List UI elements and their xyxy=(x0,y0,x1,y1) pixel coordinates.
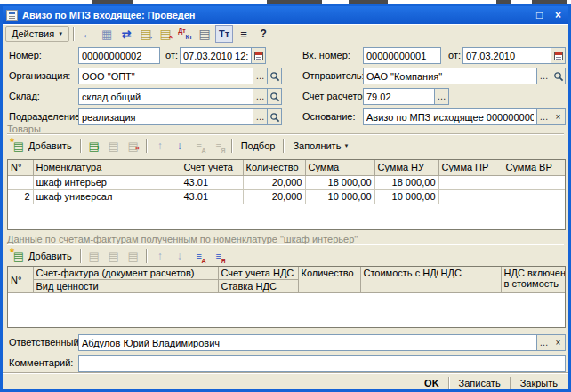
goods-section-title: Товары xyxy=(7,124,41,134)
department-group: … xyxy=(78,108,282,125)
responsible-label: Ответственный: xyxy=(9,337,82,348)
responsible-input[interactable] xyxy=(78,334,537,351)
sender-ellipsis-button[interactable]: … xyxy=(537,68,551,84)
comment-label: Комментарий: xyxy=(9,357,73,368)
number-label: Номер: xyxy=(9,50,42,60)
toolbar-separator xyxy=(73,27,75,41)
goods-copy-row-button[interactable]: ▤ + xyxy=(85,137,103,155)
maximize-button[interactable]: □ xyxy=(533,9,546,21)
dt-kt-icon: ДтКт xyxy=(178,27,192,41)
help-button[interactable]: ? xyxy=(254,25,272,43)
settlement-account-input[interactable] xyxy=(363,88,435,105)
basis-clear-button[interactable]: × xyxy=(551,108,566,125)
department-ellipsis-button[interactable]: … xyxy=(253,108,268,125)
sender-open-button[interactable] xyxy=(551,68,566,84)
sum-pr-cell[interactable] xyxy=(438,175,503,189)
ok-button[interactable]: OK xyxy=(415,377,448,389)
magnifier-icon xyxy=(553,71,564,82)
responsible-clear-button[interactable]: × xyxy=(551,334,566,351)
column-header-vat-included: НДС включен в стоимость xyxy=(501,267,565,293)
sender-input[interactable] xyxy=(363,68,537,84)
swap-document-button[interactable]: ⇄ xyxy=(117,25,135,43)
invoices-sort-asc-button[interactable]: ≡ А xyxy=(190,247,208,265)
sum-vr-cell[interactable] xyxy=(503,175,565,189)
nomenclature-cell[interactable]: шкаф универсал xyxy=(33,189,181,204)
post-document-button[interactable]: ▤ → xyxy=(137,25,155,43)
list-settings-button[interactable]: ≡ xyxy=(235,25,253,43)
reread-icon: ▦ xyxy=(101,28,112,40)
quantity-cell[interactable]: 20,000 xyxy=(243,189,305,204)
goods-move-up-button[interactable]: ↑ xyxy=(151,137,169,155)
column-header-sum-pr: Сумма ПР xyxy=(438,160,503,175)
sum-nu-cell[interactable]: 18 000,00 xyxy=(374,175,438,189)
invoices-move-up-button[interactable]: ↑ xyxy=(151,247,169,265)
sum-nu-cell[interactable]: 10 000,00 xyxy=(374,189,438,204)
sum-cell[interactable]: 18 000,00 xyxy=(305,175,374,189)
basis-input[interactable] xyxy=(363,108,537,125)
highlight-toggle-button[interactable]: Тт xyxy=(215,25,233,43)
column-header-vat-rate: Ставка НДС xyxy=(218,280,298,293)
row-num-cell[interactable]: 2 xyxy=(8,189,33,204)
document-journal-button[interactable]: ▤ xyxy=(196,25,213,43)
calendar-button[interactable] xyxy=(251,48,265,63)
screen: Авизо по МПЗ входящее: Проведен _ □ × Де… xyxy=(0,0,571,392)
organization-ellipsis-button[interactable]: … xyxy=(253,68,268,84)
incoming-number-input[interactable] xyxy=(363,47,441,64)
account-cell[interactable]: 43.01 xyxy=(181,189,243,204)
goods-delete-row-button[interactable]: ▤ × xyxy=(125,137,142,155)
settlement-account-ellipsis-button[interactable]: … xyxy=(435,88,449,105)
cancel-posting-button[interactable]: ▤ × xyxy=(157,25,174,43)
goods-pick-button[interactable]: Подбор xyxy=(237,139,280,153)
sum-vr-cell[interactable] xyxy=(503,189,565,204)
warehouse-input[interactable] xyxy=(78,88,253,105)
row-num-cell-selected[interactable]: 1 xyxy=(8,175,33,189)
goods-sort-desc-button[interactable]: ≡ Я xyxy=(210,137,228,155)
comment-input[interactable] xyxy=(78,355,566,372)
invoices-add-button[interactable]: ▤ * Добавить xyxy=(7,247,76,265)
goods-grid: N° Номенклатура Счет учета Количество Су… xyxy=(8,160,566,204)
go-back-button[interactable]: ← xyxy=(78,25,96,43)
close-form-button[interactable]: Закрыть xyxy=(511,377,567,389)
invoices-copy-row-button[interactable]: ▤ xyxy=(85,247,103,265)
close-button[interactable]: × xyxy=(551,9,565,21)
post-arrow-icon: → xyxy=(146,34,153,41)
incoming-number-label: Вх. номер: xyxy=(302,50,350,60)
invoices-delete-row-button[interactable]: ▤ xyxy=(125,247,142,265)
column-header-cost: Стоимость с НДС xyxy=(360,267,438,293)
invoices-sort-desc-button[interactable]: ≡ Я xyxy=(210,247,228,265)
sum-cell[interactable]: 10 000,00 xyxy=(305,189,374,204)
invoices-move-down-button[interactable]: ↓ xyxy=(171,247,189,265)
number-input[interactable] xyxy=(78,47,160,64)
nomenclature-cell[interactable]: шкаф интерьер xyxy=(33,175,181,189)
reread-button[interactable]: ▦ xyxy=(98,25,116,43)
goods-move-down-button[interactable]: ↓ xyxy=(171,137,189,155)
main-toolbar: Действия ▼ ← ▦ ⇄ ▤ → ▤ × Д xyxy=(3,24,568,44)
department-open-button[interactable] xyxy=(268,108,282,125)
basis-ellipsis-button[interactable]: … xyxy=(537,108,551,125)
calendar-button[interactable] xyxy=(551,48,565,63)
incoming-date-input[interactable] xyxy=(463,48,551,63)
invoices-header-row-1: N° Счет-фактура (документ расчетов) Счет… xyxy=(8,267,565,280)
goods-add-button[interactable]: ▤ * Добавить xyxy=(7,137,76,155)
save-button[interactable]: Записать xyxy=(450,377,510,389)
warehouse-open-button[interactable] xyxy=(268,88,282,105)
column-header-vat: НДС xyxy=(438,267,501,293)
invoices-edit-row-button[interactable]: ▤ xyxy=(105,247,123,265)
move-up-icon: ↑ xyxy=(157,250,163,262)
sum-pr-cell[interactable] xyxy=(438,189,503,204)
goods-edit-row-button[interactable]: ▤ xyxy=(105,137,123,155)
warehouse-ellipsis-button[interactable]: … xyxy=(253,88,268,105)
department-input[interactable] xyxy=(78,108,253,125)
organization-open-button[interactable] xyxy=(268,68,282,84)
goods-fill-button[interactable]: Заполнить ▼ xyxy=(288,139,353,153)
number-date-input[interactable] xyxy=(181,48,251,63)
actions-menu-button[interactable]: Действия ▼ xyxy=(5,26,69,42)
minimize-button[interactable]: _ xyxy=(514,9,527,21)
quantity-cell[interactable]: 20,000 xyxy=(243,175,305,189)
account-cell[interactable]: 43.01 xyxy=(181,175,243,189)
column-header-sum: Сумма xyxy=(305,160,374,175)
organization-input[interactable] xyxy=(78,68,253,84)
responsible-ellipsis-button[interactable]: … xyxy=(537,334,551,351)
goods-sort-asc-button[interactable]: ≡ А xyxy=(190,137,208,155)
show-postings-button[interactable]: ДтКт xyxy=(176,25,194,43)
